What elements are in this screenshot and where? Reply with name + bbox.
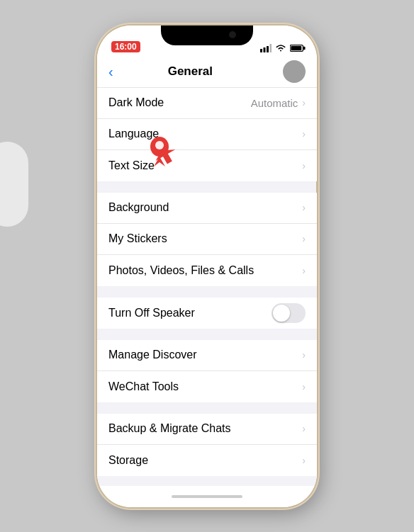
menu-item-my-stickers[interactable]: My Stickers › bbox=[97, 224, 317, 255]
menu-item-background[interactable]: Background › bbox=[97, 193, 317, 224]
language-label: Language bbox=[108, 128, 302, 140]
menu-item-dark-mode[interactable]: Dark Mode Automatic › bbox=[97, 88, 317, 119]
photos-videos-chevron: › bbox=[302, 265, 306, 276]
backup-migrate-label: Backup & Migrate Chats bbox=[108, 422, 302, 435]
wechat-tools-chevron: › bbox=[302, 381, 306, 392]
page-title: General bbox=[119, 64, 262, 79]
phone-wrapper: 16:00 bbox=[0, 0, 414, 532]
my-stickers-label: My Stickers bbox=[108, 232, 302, 245]
manage-discover-chevron: › bbox=[302, 349, 306, 361]
back-button[interactable]: ‹ bbox=[108, 64, 113, 79]
menu-item-text-size[interactable]: Text Size › bbox=[97, 150, 317, 181]
spacer-3 bbox=[97, 334, 317, 340]
storage-chevron: › bbox=[302, 455, 306, 466]
toggle-knob bbox=[273, 305, 290, 322]
backup-migrate-chevron: › bbox=[302, 423, 306, 434]
section-backup: Backup & Migrate Chats › Storage › bbox=[97, 414, 317, 476]
phone-frame: 16:00 bbox=[97, 26, 317, 507]
section-general: Dark Mode Automatic › Language › Text Si… bbox=[97, 88, 317, 181]
svg-rect-3 bbox=[270, 44, 272, 52]
section-discover: Manage Discover › WeChat Tools › bbox=[97, 340, 317, 402]
wifi-icon bbox=[275, 44, 286, 52]
spacer-2 bbox=[97, 292, 317, 298]
wechat-tools-label: WeChat Tools bbox=[108, 380, 302, 393]
photos-videos-label: Photos, Videos, Files & Calls bbox=[108, 264, 302, 277]
text-size-chevron: › bbox=[302, 160, 306, 171]
menu-item-language[interactable]: Language › bbox=[97, 119, 317, 150]
svg-rect-1 bbox=[264, 47, 266, 52]
menu-item-storage[interactable]: Storage › bbox=[97, 445, 317, 476]
notch bbox=[161, 26, 253, 45]
menu-item-photos-videos[interactable]: Photos, Videos, Files & Calls › bbox=[97, 255, 317, 286]
dark-mode-chevron: › bbox=[302, 97, 306, 108]
section-speaker: Turn Off Speaker bbox=[97, 298, 317, 329]
dark-mode-label: Dark Mode bbox=[108, 96, 251, 109]
speaker-toggle[interactable] bbox=[272, 303, 306, 323]
avatar bbox=[283, 60, 306, 83]
menu-item-turn-off-speaker[interactable]: Turn Off Speaker bbox=[97, 298, 317, 329]
back-chevron: ‹ bbox=[108, 64, 113, 79]
battery-icon bbox=[290, 44, 306, 52]
svg-rect-0 bbox=[260, 49, 262, 52]
spacer-1 bbox=[97, 187, 317, 193]
home-indicator bbox=[97, 486, 317, 507]
background-label: Background bbox=[108, 201, 302, 214]
nav-bar: ‹ General bbox=[97, 57, 317, 88]
svg-rect-5 bbox=[303, 46, 306, 49]
manage-discover-label: Manage Discover bbox=[108, 349, 302, 361]
status-bar: 16:00 bbox=[97, 26, 317, 57]
background-chevron: › bbox=[302, 202, 306, 213]
phone-screen: 16:00 bbox=[97, 26, 317, 507]
language-chevron: › bbox=[302, 128, 306, 140]
turn-off-speaker-label: Turn Off Speaker bbox=[108, 307, 272, 319]
time-display: 16:00 bbox=[111, 41, 140, 52]
svg-rect-6 bbox=[291, 45, 301, 50]
menu-item-wechat-tools[interactable]: WeChat Tools › bbox=[97, 371, 317, 402]
menu-item-manage-discover[interactable]: Manage Discover › bbox=[97, 340, 317, 371]
svg-rect-2 bbox=[267, 46, 269, 52]
section-appearance: Background › My Stickers › Photos, Video… bbox=[97, 193, 317, 286]
storage-label: Storage bbox=[108, 454, 302, 467]
my-stickers-chevron: › bbox=[302, 233, 306, 244]
menu-item-backup-migrate[interactable]: Backup & Migrate Chats › bbox=[97, 414, 317, 445]
text-size-label: Text Size bbox=[108, 159, 302, 172]
spacer-4 bbox=[97, 408, 317, 414]
signal-icon bbox=[260, 44, 272, 52]
dark-mode-value: Automatic bbox=[251, 97, 298, 109]
camera-dot bbox=[229, 31, 236, 38]
status-icons bbox=[260, 44, 306, 52]
home-bar bbox=[172, 495, 242, 498]
settings-content: Dark Mode Automatic › Language › Text Si… bbox=[97, 88, 317, 486]
